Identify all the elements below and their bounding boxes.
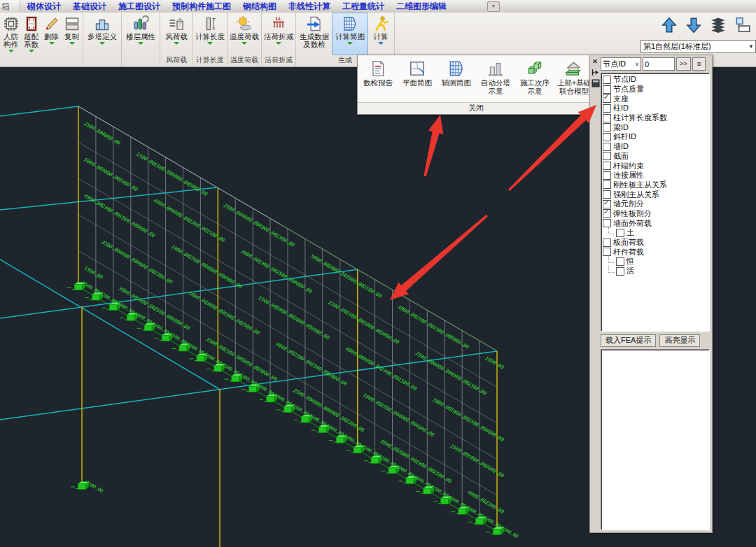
ribbon-button[interactable]: 复制 bbox=[62, 13, 82, 55]
dock-panel-icon[interactable] bbox=[592, 69, 599, 76]
checkbox[interactable] bbox=[603, 94, 611, 103]
window-tab-fragment[interactable]: 箱 bbox=[0, 1, 20, 13]
checkbox[interactable] bbox=[603, 180, 611, 189]
display-option-row[interactable]: 弹性板剖分 bbox=[603, 209, 709, 219]
display-option-row[interactable]: 杆件荷载 bbox=[603, 247, 709, 257]
checkbox[interactable] bbox=[616, 267, 624, 276]
ribbon-button[interactable]: 温度荷载 bbox=[228, 13, 260, 55]
svg-text:2500.00: 2500.00 bbox=[240, 321, 261, 336]
checkbox[interactable] bbox=[603, 248, 611, 256]
display-option-row[interactable]: 斜杆ID bbox=[603, 132, 709, 142]
filter-value-input[interactable] bbox=[643, 57, 675, 71]
checkbox[interactable] bbox=[603, 104, 611, 113]
checkbox[interactable] bbox=[603, 171, 611, 180]
layer-up-icon[interactable] bbox=[659, 15, 680, 36]
menu-tab[interactable]: 预制构件施工图 bbox=[172, 1, 231, 13]
svg-text:2500.00: 2500.00 bbox=[188, 255, 209, 270]
checkbox[interactable] bbox=[603, 209, 611, 218]
checkbox[interactable] bbox=[603, 152, 611, 160]
display-option-row[interactable]: 支座 bbox=[603, 94, 709, 104]
ribbon-button[interactable]: LL 活荷折减 bbox=[262, 13, 295, 55]
svg-text:4000.00: 4000.00 bbox=[397, 413, 418, 428]
ribbon-overflow-button[interactable]: ▾ bbox=[487, 1, 500, 12]
checkbox[interactable] bbox=[603, 162, 611, 170]
ribbon-button[interactable]: 计算长度 bbox=[194, 13, 226, 55]
wind-load-icon bbox=[167, 14, 186, 33]
checkbox[interactable] bbox=[603, 133, 611, 141]
dropdown-item[interactable]: 施工次序示意 bbox=[515, 57, 554, 102]
menu-tab[interactable]: 基础设计 bbox=[73, 1, 106, 13]
live-load-icon: LL bbox=[270, 14, 288, 33]
checkbox[interactable] bbox=[603, 219, 611, 227]
checkbox[interactable] bbox=[603, 190, 611, 199]
display-option-row[interactable]: 恒 bbox=[603, 257, 709, 267]
svg-text:2500.00: 2500.00 bbox=[467, 418, 488, 433]
close-button[interactable]: 关闭 bbox=[358, 102, 594, 114]
checkbox[interactable] bbox=[616, 257, 624, 266]
ribbon-button[interactable]: 删除 bbox=[41, 13, 62, 55]
display-option-row[interactable]: 土 bbox=[603, 228, 709, 238]
menu-tab[interactable]: 钢结构图 bbox=[243, 1, 276, 13]
svg-text:4000.00: 4000.00 bbox=[432, 361, 453, 376]
display-option-row[interactable]: 墙ID bbox=[603, 142, 709, 152]
display-option-row[interactable]: 节点质量 bbox=[603, 85, 709, 94]
display-option-row[interactable]: 墙面外荷载 bbox=[603, 218, 709, 228]
menu-tab[interactable]: 施工图设计 bbox=[118, 1, 160, 13]
checkbox[interactable] bbox=[603, 123, 611, 132]
filter-apply-button[interactable]: >> bbox=[676, 57, 691, 71]
all-layers-icon[interactable] bbox=[708, 15, 729, 36]
display-option-row[interactable]: 板面荷载 bbox=[603, 238, 709, 248]
load-fea-button[interactable]: 载入FEA提示 bbox=[601, 334, 656, 347]
ribbon-group: 人防构件 超配系数 删除 复制 bbox=[0, 13, 83, 66]
display-option-row[interactable]: 活 bbox=[603, 267, 709, 276]
menu-tab[interactable]: 非线性计算 bbox=[288, 1, 330, 13]
checkbox[interactable] bbox=[603, 143, 611, 151]
ribbon-button[interactable]: 人防构件 bbox=[1, 13, 21, 55]
display-option-row[interactable]: 墙元剖分 bbox=[603, 199, 709, 209]
close-panel-icon[interactable]: ✕ bbox=[592, 58, 599, 66]
checkbox[interactable] bbox=[603, 200, 611, 208]
menu-tab[interactable]: 二维图形编辑 bbox=[396, 1, 447, 13]
ribbon-button[interactable]: 计算简图 bbox=[332, 13, 368, 55]
dropdown-item[interactable]: 平面简图 bbox=[398, 57, 437, 102]
ribbon-button[interactable]: 计算 bbox=[368, 13, 393, 55]
svg-text:3000.00: 3000.00 bbox=[484, 463, 505, 478]
svg-text:1900.00: 1900.00 bbox=[344, 274, 365, 290]
dropdown-item[interactable]: 上部+基础联合模型 bbox=[554, 57, 594, 102]
menu-tab[interactable]: 工程量统计 bbox=[342, 1, 384, 13]
option-label: 活 bbox=[626, 266, 634, 276]
display-option-row[interactable]: 柱计算长度系数 bbox=[603, 113, 709, 123]
ribbon-button[interactable]: 生成数据及数检 bbox=[297, 13, 332, 55]
svg-text:4900.00: 4900.00 bbox=[449, 371, 470, 387]
highlight-button[interactable]: 高亮显示 bbox=[659, 334, 700, 347]
menu-tab[interactable]: 砌体设计 bbox=[27, 1, 61, 13]
display-option-row[interactable]: 刚性板主从关系 bbox=[603, 180, 709, 190]
display-option-row[interactable]: 杆端约束 bbox=[603, 161, 709, 171]
standard-layer-icon[interactable] bbox=[732, 15, 753, 36]
ribbon-button[interactable]: 超配系数 bbox=[21, 13, 41, 55]
display-option-row[interactable]: 强刚主从关系 bbox=[603, 190, 709, 199]
panel-mode-icon[interactable] bbox=[592, 79, 599, 87]
display-option-row[interactable]: 梁ID bbox=[603, 122, 709, 132]
ribbon-button[interactable]: 多塔定义 bbox=[84, 13, 120, 55]
dropdown-item[interactable]: 数检报告 bbox=[358, 57, 398, 102]
checkbox[interactable] bbox=[603, 239, 611, 247]
svg-text:4900.00: 4900.00 bbox=[327, 408, 348, 423]
filter-locate-button[interactable]: ¤ bbox=[692, 57, 706, 71]
ribbon-button[interactable]: 风荷载 bbox=[161, 13, 192, 55]
checkbox[interactable] bbox=[603, 114, 611, 122]
layer-down-icon[interactable] bbox=[683, 15, 704, 36]
ribbon-button[interactable]: 楼层属性 bbox=[122, 13, 159, 55]
filter-field-select[interactable]: 节点ID ∨ bbox=[601, 57, 641, 71]
dropdown-item[interactable]: 轴测简图 bbox=[437, 57, 476, 102]
display-option-row[interactable]: 截面 bbox=[603, 152, 709, 162]
display-option-row[interactable]: 节点ID bbox=[603, 75, 709, 85]
checkbox[interactable] bbox=[616, 229, 624, 237]
ribbon-group-label: 计算长度 bbox=[194, 55, 226, 65]
display-option-row[interactable]: 柱ID bbox=[603, 104, 709, 113]
story-selector[interactable]: 第1自然层(1标准层) ▼ bbox=[640, 40, 756, 53]
checkbox[interactable] bbox=[603, 76, 611, 84]
display-option-row[interactable]: 连接属性 bbox=[603, 171, 709, 180]
checkbox[interactable] bbox=[603, 85, 611, 94]
dropdown-item[interactable]: 自动分塔示意 bbox=[476, 57, 515, 102]
